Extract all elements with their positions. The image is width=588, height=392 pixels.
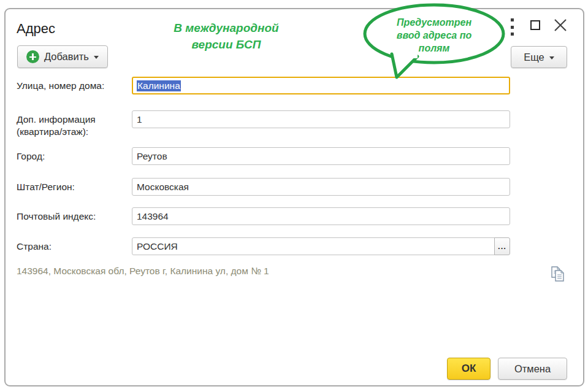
- bubble-line: ввод адреса по: [373, 29, 495, 42]
- copy-pages-icon: [548, 264, 568, 284]
- selected-text: Калинина: [137, 80, 181, 91]
- form-row-extra-info: Доп. информация (квартира/этаж):: [17, 110, 510, 138]
- kebab-dot: [511, 26, 514, 29]
- page-title: Адрес: [17, 21, 55, 37]
- kebab-dot: [511, 18, 514, 21]
- form-row-state-region: Штат/Регион:: [17, 178, 510, 196]
- more-button[interactable]: Еще: [511, 46, 567, 68]
- city-label: Город:: [17, 147, 132, 163]
- country-label: Страна:: [17, 237, 132, 253]
- more-button-label: Еще: [524, 52, 544, 63]
- close-icon[interactable]: [553, 18, 568, 33]
- callout-bubble: Предусмотрен ввод адреса по полям: [358, 2, 508, 91]
- maximize-icon[interactable]: [530, 20, 540, 30]
- form-row-postal-code: Почтовый индекс:: [17, 207, 510, 225]
- address-dialog: Адрес В международной версии БСП Предусм…: [4, 8, 584, 386]
- postal-code-input[interactable]: [132, 207, 510, 225]
- plus-circle-icon: [26, 50, 39, 63]
- ok-button[interactable]: ОК: [447, 358, 491, 380]
- country-input[interactable]: [132, 237, 495, 255]
- form-row-city: Город:: [17, 147, 510, 165]
- kebab-dot: [511, 33, 514, 36]
- cancel-button[interactable]: Отмена: [498, 358, 567, 380]
- country-field-group: ...: [132, 237, 510, 255]
- address-summary: 143964, Московская обл, Реутов г, Калини…: [17, 266, 519, 277]
- copy-button[interactable]: [548, 264, 568, 285]
- chevron-down-icon: [549, 56, 554, 60]
- state-region-label: Штат/Регион:: [17, 178, 132, 193]
- bsp-note-line: В международной: [139, 20, 313, 36]
- add-button-label: Добавить: [44, 51, 89, 63]
- state-region-input[interactable]: [132, 178, 510, 196]
- bsp-version-note: В международной версии БСП: [139, 20, 313, 53]
- extra-info-input[interactable]: [132, 110, 510, 128]
- extra-info-label: Доп. информация (квартира/этаж):: [17, 110, 132, 138]
- kebab-menu-icon[interactable]: [508, 18, 516, 36]
- form-row-country: Страна: ...: [17, 237, 510, 255]
- bubble-line: полям: [373, 42, 495, 55]
- street-label: Улица, номер дома:: [17, 77, 132, 92]
- add-button[interactable]: Добавить: [17, 45, 108, 68]
- postal-code-label: Почтовый индекс:: [17, 207, 132, 223]
- bsp-note-line: версии БСП: [139, 36, 313, 53]
- chevron-down-icon: [94, 56, 99, 59]
- city-input[interactable]: [132, 147, 510, 165]
- country-picker-button[interactable]: ...: [494, 237, 510, 255]
- bubble-line: Предусмотрен: [373, 16, 495, 29]
- callout-bubble-text: Предусмотрен ввод адреса по полям: [373, 16, 495, 55]
